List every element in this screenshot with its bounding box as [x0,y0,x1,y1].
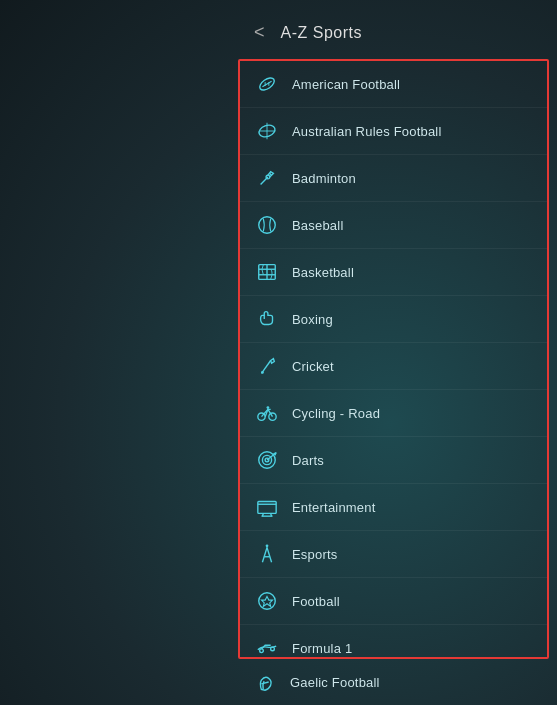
header: < A-Z Sports [238,0,557,59]
american-football-icon [254,71,280,97]
cricket-icon [254,353,280,379]
sport-name-badminton: Badminton [292,171,356,186]
sports-list: American Football Australian Rules Footb… [238,59,549,659]
sport-name-boxing: Boxing [292,312,333,327]
svg-point-29 [266,544,269,547]
sport-item-australian-rules-football[interactable]: Australian Rules Football [240,108,547,155]
sport-name-darts: Darts [292,453,324,468]
gaelic-football-icon [252,669,278,695]
svg-point-33 [271,647,275,651]
sport-name-cricket: Cricket [292,359,334,374]
svg-point-16 [261,371,264,374]
sport-name-australian-rules: Australian Rules Football [292,124,442,139]
esports-icon [254,541,280,567]
basketball-icon [254,259,280,285]
sport-item-football[interactable]: Football [240,578,547,625]
sport-item-gaelic-football[interactable]: Gaelic Football [238,659,549,705]
sport-name-formula1: Formula 1 [292,641,352,656]
australian-rules-icon [254,118,280,144]
sport-name-cycling: Cycling - Road [292,406,380,421]
sport-item-cycling[interactable]: Cycling - Road [240,390,547,437]
sport-name-entertainment: Entertainment [292,500,376,515]
left-panel [0,0,238,705]
right-panel: < A-Z Sports American Football [238,0,557,705]
football-icon [254,588,280,614]
sport-name-basketball: Basketball [292,265,354,280]
cycling-icon [254,400,280,426]
svg-point-8 [266,175,270,179]
svg-point-32 [260,649,264,653]
sport-item-american-football[interactable]: American Football [240,61,547,108]
sport-name-baseball: Baseball [292,218,343,233]
darts-icon [254,447,280,473]
sport-item-entertainment[interactable]: Entertainment [240,484,547,531]
svg-rect-24 [258,502,276,514]
sport-name-american-football: American Football [292,77,400,92]
sport-item-esports[interactable]: Esports [240,531,547,578]
header-title: A-Z Sports [281,24,362,42]
boxing-icon [254,306,280,332]
sport-item-cricket[interactable]: Cricket [240,343,547,390]
badminton-icon [254,165,280,191]
sport-name-football: Football [292,594,340,609]
sport-item-badminton[interactable]: Badminton [240,155,547,202]
baseball-icon [254,212,280,238]
sport-name-esports: Esports [292,547,337,562]
sport-item-darts[interactable]: Darts [240,437,547,484]
svg-point-19 [267,406,270,409]
formula1-icon [254,635,280,659]
sport-item-formula1[interactable]: Formula 1 [240,625,547,659]
entertainment-icon [254,494,280,520]
svg-line-1 [262,81,271,87]
svg-marker-31 [262,596,273,606]
sport-item-boxing[interactable]: Boxing [240,296,547,343]
sport-name-gaelic-football: Gaelic Football [290,675,380,690]
svg-point-9 [259,217,276,234]
sport-item-basketball[interactable]: Basketball [240,249,547,296]
sport-item-baseball[interactable]: Baseball [240,202,547,249]
back-button[interactable]: < [246,18,273,47]
svg-point-18 [269,413,276,420]
